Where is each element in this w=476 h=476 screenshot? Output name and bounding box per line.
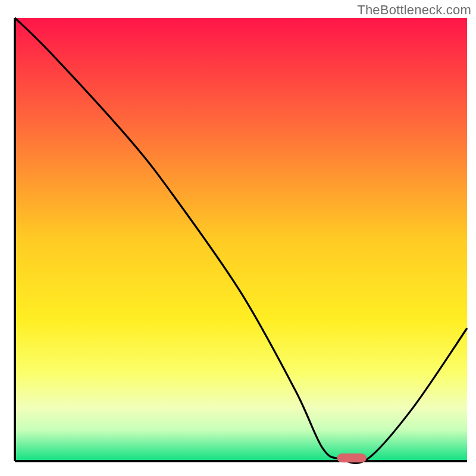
optimal-marker — [337, 453, 367, 462]
bottleneck-chart — [0, 0, 476, 476]
chart-container: TheBottleneck.com — [0, 0, 476, 476]
plot-background — [15, 18, 467, 461]
